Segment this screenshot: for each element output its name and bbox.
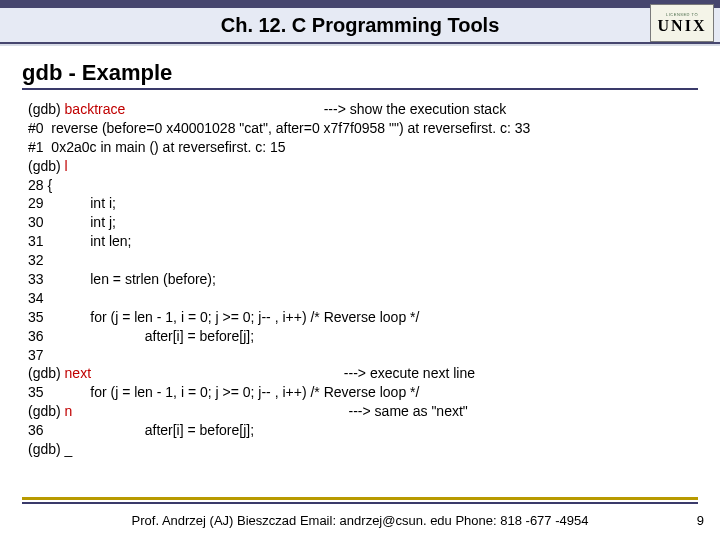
gdb-prompt: (gdb) _ [28,441,72,457]
code-line: 32 [28,252,44,268]
code-line: 29 int i; [28,195,116,211]
cmd-next: next [65,365,91,381]
cmd-backtrace: backtrace [65,101,126,117]
code-line: 28 { [28,177,52,193]
heading-underline [22,88,698,90]
code-line: 34 [28,290,44,306]
code-line: 35 for (j = len - 1, i = 0; j >= 0; j-- … [28,384,419,400]
page-number: 9 [697,513,704,528]
code-line: 35 for (j = len - 1, i = 0; j >= 0; j-- … [28,309,419,325]
comment: ---> same as "next" [72,403,467,419]
code-line: 33 len = strlen (before); [28,271,216,287]
badge-big-text: UNIX [658,17,707,35]
code-line: 36 after[i] = before[j]; [28,422,254,438]
footer-separator [22,502,698,504]
code-line: #1 0x2a0c in main () at reversefirst. c:… [28,139,286,155]
title-bar: Ch. 12. C Programming Tools LICENSED TO … [0,0,720,46]
cmd-list: l [65,158,68,174]
gdb-prompt: (gdb) [28,403,65,419]
code-line: 30 int j; [28,214,116,230]
code-line: 31 int len; [28,233,132,249]
footer-text: Prof. Andrzej (AJ) Bieszczad Email: andr… [0,513,720,528]
title-inner: Ch. 12. C Programming Tools [0,8,720,42]
code-line: 37 [28,347,44,363]
code-block: (gdb) backtrace ---> show the execution … [28,100,720,459]
comment: ---> execute next line [91,365,475,381]
gdb-prompt: (gdb) [28,101,65,117]
gdb-prompt: (gdb) [28,158,65,174]
code-line: #0 reverse (before=0 x40001028 "cat", af… [28,120,530,136]
section-heading: gdb - Example [22,60,720,86]
comment: ---> show the execution stack [125,101,506,117]
unix-badge: LICENSED TO UNIX [650,4,714,42]
code-line: 36 after[i] = before[j]; [28,328,254,344]
gdb-prompt: (gdb) [28,365,65,381]
slide-title: Ch. 12. C Programming Tools [221,14,500,37]
